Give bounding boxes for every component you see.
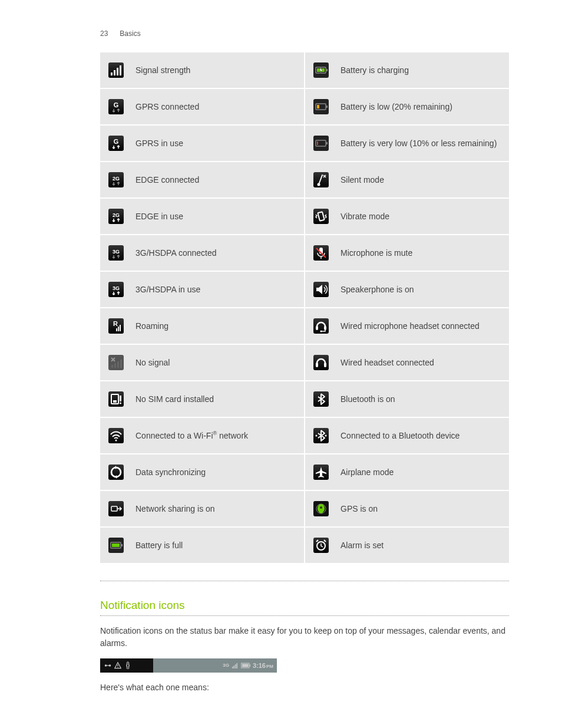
icon-entry-wired-mic-headset: Wired microphone headset connected bbox=[305, 308, 509, 344]
svg-rect-2 bbox=[106, 665, 110, 666]
icon-label: Battery is very low (10% or less remaini… bbox=[340, 138, 497, 149]
svg-rect-11 bbox=[242, 664, 249, 667]
icon-entry-silent-mode: Silent mode bbox=[305, 162, 509, 197]
icon-entry-alarm-set: Alarm is set bbox=[305, 528, 509, 563]
icon-label: Battery is charging bbox=[340, 65, 409, 75]
section-heading: Notification icons bbox=[100, 599, 509, 612]
icon-label: EDGE in use bbox=[135, 211, 183, 222]
icon-label: Speakerphone is on bbox=[340, 284, 414, 295]
bluetooth-connected-icon bbox=[313, 428, 329, 443]
icon-entry-gps-on: GPS is on bbox=[305, 491, 509, 526]
icon-label: No signal bbox=[135, 357, 170, 368]
battery-very-low-icon bbox=[313, 136, 329, 151]
signal-strength-icon bbox=[108, 62, 124, 78]
icon-entry-bluetooth-on: Bluetooth is on bbox=[305, 381, 509, 417]
statusbar-time: 3:16PM bbox=[253, 662, 273, 669]
icon-entry-battery-full: Battery is full bbox=[100, 528, 304, 563]
icon-label: Network sharing is on bbox=[135, 503, 215, 514]
svg-rect-10 bbox=[250, 664, 250, 667]
statusbar-left-icons bbox=[104, 661, 132, 670]
divider bbox=[100, 581, 509, 581]
svg-rect-6 bbox=[233, 666, 234, 668]
icon-label: 3G/HSDPA in use bbox=[135, 284, 200, 295]
data-sync-icon bbox=[108, 465, 124, 480]
icon-label: Bluetooth is on bbox=[340, 394, 395, 404]
divider bbox=[100, 615, 509, 616]
icon-entry-roaming: Roaming bbox=[100, 308, 304, 344]
icon-label: Connected to a Wi-Fi® network bbox=[135, 430, 248, 441]
icon-entry-wired-headset: Wired headset connected bbox=[305, 345, 509, 380]
svg-rect-5 bbox=[232, 667, 233, 668]
icon-label: GPS is on bbox=[340, 503, 378, 514]
icon-entry-edge-in-use: EDGE in use bbox=[100, 199, 304, 234]
icon-entry-bluetooth-connected: Connected to a Bluetooth device bbox=[305, 418, 509, 453]
edge-connected-icon bbox=[108, 172, 124, 187]
icon-entry-3g-in-use: 3G/HSDPA in use bbox=[100, 272, 304, 307]
vibrate-mode-icon bbox=[313, 209, 329, 224]
icon-reference-grid: Signal strengthBattery is chargingGPRS c… bbox=[100, 52, 509, 563]
icon-label: GPRS in use bbox=[135, 138, 183, 149]
svg-rect-4 bbox=[117, 667, 118, 667]
wired-mic-headset-icon bbox=[313, 318, 329, 334]
3g-in-use-icon bbox=[108, 282, 124, 297]
edge-in-use-icon bbox=[108, 209, 124, 224]
icon-label: Connected to a Bluetooth device bbox=[340, 430, 459, 441]
icon-label: GPRS connected bbox=[135, 101, 199, 112]
airplane-mode-icon bbox=[313, 465, 329, 480]
network-sharing-icon bbox=[108, 501, 124, 516]
icon-label: Battery is full bbox=[135, 540, 183, 551]
no-signal-icon bbox=[108, 355, 124, 370]
icon-entry-signal-strength: Signal strength bbox=[100, 52, 304, 88]
gprs-in-use-icon bbox=[108, 136, 124, 151]
speakerphone-icon bbox=[313, 282, 329, 297]
3g-connected-icon bbox=[108, 245, 124, 261]
gps-on-icon bbox=[313, 501, 329, 516]
svg-rect-3 bbox=[117, 664, 118, 666]
icon-label: Wired microphone headset connected bbox=[340, 321, 480, 331]
alarm-set-icon bbox=[313, 538, 329, 553]
icon-entry-wifi: Connected to a Wi-Fi® network bbox=[100, 418, 304, 453]
icon-entry-airplane-mode: Airplane mode bbox=[305, 454, 509, 490]
page-number: 23 bbox=[100, 29, 118, 38]
mic-mute-icon bbox=[313, 245, 329, 261]
battery-full-icon bbox=[108, 538, 124, 553]
icon-label: Vibrate mode bbox=[340, 211, 389, 222]
icon-label: Roaming bbox=[135, 321, 168, 331]
icon-label: EDGE connected bbox=[135, 174, 199, 185]
icon-entry-edge-connected: EDGE connected bbox=[100, 162, 304, 197]
bluetooth-on-icon bbox=[313, 391, 329, 407]
section-body: Notification icons on the status bar mak… bbox=[100, 625, 509, 650]
icon-entry-battery-charging: Battery is charging bbox=[305, 52, 509, 88]
icon-label: Silent mode bbox=[340, 174, 384, 185]
icon-entry-gprs-connected: GPRS connected bbox=[100, 89, 304, 124]
silent-mode-icon bbox=[313, 172, 329, 187]
icon-entry-mic-mute: Microphone is mute bbox=[305, 235, 509, 271]
icon-entry-vibrate-mode: Vibrate mode bbox=[305, 199, 509, 234]
icon-entry-3g-connected: 3G/HSDPA connected bbox=[100, 235, 304, 271]
icon-entry-no-signal: No signal bbox=[100, 345, 304, 380]
closing-text: Here's what each one means: bbox=[100, 681, 509, 694]
icon-label: Data synchronizing bbox=[135, 467, 206, 477]
svg-rect-7 bbox=[235, 664, 236, 668]
page-header: 23 Basics bbox=[100, 29, 509, 38]
roaming-icon bbox=[108, 318, 124, 334]
statusbar-screenshot: 3G 3:16PM bbox=[100, 658, 277, 673]
icon-label: No SIM card installed bbox=[135, 394, 214, 404]
icon-entry-speakerphone: Speakerphone is on bbox=[305, 272, 509, 307]
icon-entry-data-sync: Data synchronizing bbox=[100, 454, 304, 490]
gprs-connected-icon bbox=[108, 99, 124, 114]
icon-label: Battery is low (20% remaining) bbox=[340, 101, 452, 112]
battery-charging-icon bbox=[313, 62, 329, 78]
wired-headset-icon bbox=[313, 355, 329, 370]
statusbar-right-icons: 3G 3:16PM bbox=[223, 662, 273, 669]
icon-label: Wired headset connected bbox=[340, 357, 434, 368]
wifi-icon bbox=[108, 428, 124, 443]
icon-label: Alarm is set bbox=[340, 540, 384, 551]
icon-label: Airplane mode bbox=[340, 467, 394, 477]
icon-label: Signal strength bbox=[135, 65, 190, 75]
chapter-title: Basics bbox=[120, 29, 140, 38]
icon-entry-no-sim: No SIM card installed bbox=[100, 381, 304, 417]
battery-low-icon bbox=[313, 99, 329, 114]
no-sim-icon bbox=[108, 391, 124, 407]
svg-rect-8 bbox=[236, 663, 237, 668]
